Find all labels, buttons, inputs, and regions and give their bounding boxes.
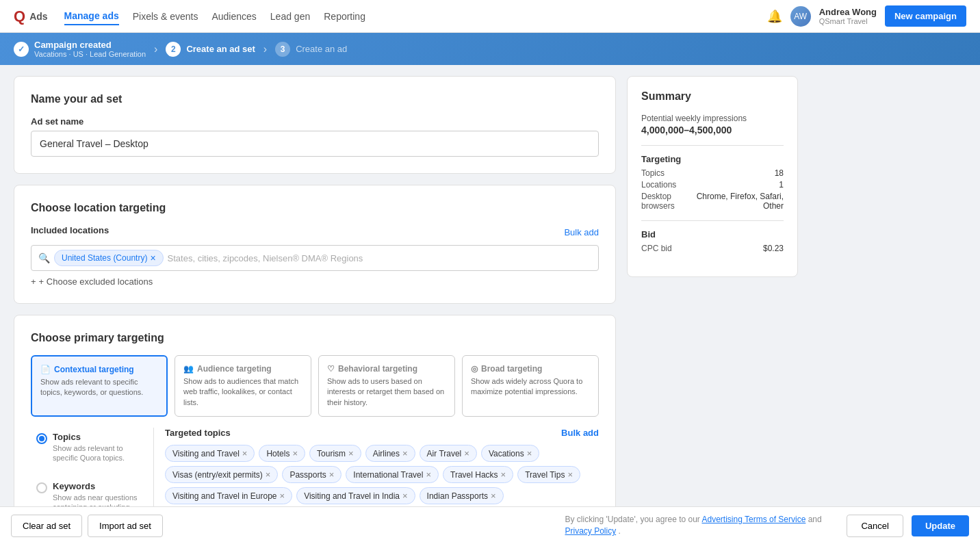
bulk-add-topics-button[interactable]: Bulk add xyxy=(561,428,599,438)
summary-row-topics: Topics 18 xyxy=(641,168,784,178)
included-locations-label: Included locations xyxy=(31,225,109,235)
exclude-icon: + xyxy=(31,276,36,287)
topic-type-topics[interactable]: Topics Show ads relevant to specific Quo… xyxy=(31,428,145,467)
bulk-add-locations-button[interactable]: Bulk add xyxy=(564,227,599,237)
update-button[interactable]: Update xyxy=(912,515,969,536)
topic-tag-remove[interactable]: × xyxy=(266,469,271,480)
nav-audiences[interactable]: Audiences xyxy=(211,8,256,25)
ad-set-name-input[interactable] xyxy=(31,131,599,157)
step-arrow-1: › xyxy=(154,43,157,55)
header-right: 🔔 AW Andrea Wong QSmart Travel New campa… xyxy=(767,5,966,27)
desktop-value: Chrome, Firefox, Safari, Other xyxy=(695,192,784,211)
topic-tag-remove[interactable]: × xyxy=(567,469,573,480)
topic-tag-label: Air Travel xyxy=(427,449,462,458)
terms-of-service-link[interactable]: Advertising Terms of Service xyxy=(702,515,806,524)
topic-tag: International Travel× xyxy=(346,466,439,483)
location-input-area[interactable]: 🔍 United States (Country) × States, citi… xyxy=(31,245,599,271)
topic-tag-remove[interactable]: × xyxy=(329,469,335,480)
targeted-topics-label: Targeted topics xyxy=(165,428,231,438)
privacy-policy-link[interactable]: Privacy Policy xyxy=(565,526,616,536)
contextual-title: 📄 Contextual targeting xyxy=(40,365,158,374)
main-layout: Name your ad set Ad set name Choose loca… xyxy=(0,65,980,544)
step-3-primary: Create an ad xyxy=(296,44,347,54)
topic-tag: Travel Hacks× xyxy=(443,466,513,483)
summary-row-desktop: Desktop browsers Chrome, Firefox, Safari… xyxy=(641,192,784,211)
nav-reporting[interactable]: Reporting xyxy=(324,8,365,25)
summary-divider-1 xyxy=(641,145,784,146)
topic-tag: Travel Tips× xyxy=(517,466,580,483)
topic-tag-remove[interactable]: × xyxy=(292,448,298,458)
targeting-section-title: Targeting xyxy=(641,154,784,164)
topic-tag-remove[interactable]: × xyxy=(402,448,408,458)
topic-tag-remove[interactable]: × xyxy=(280,491,285,501)
broad-title: ◎ Broad targeting xyxy=(471,364,590,374)
cancel-button[interactable]: Cancel xyxy=(847,515,903,537)
topic-tag-label: Hotels xyxy=(266,449,289,458)
broad-desc: Show ads widely across Quora to maximize… xyxy=(471,376,590,398)
targeting-audience[interactable]: 👥 Audience targeting Show ads to audienc… xyxy=(175,355,311,417)
behavioral-desc: Show ads to users based on interests or … xyxy=(327,376,446,408)
clear-ad-set-button[interactable]: Clear ad set xyxy=(11,515,82,537)
summary-targeting-section: Targeting Topics 18 Locations 1 Desktop … xyxy=(641,154,784,211)
step-2-circle: 2 xyxy=(166,42,181,57)
topic-tag-remove[interactable]: × xyxy=(402,491,408,501)
users-icon: 👥 xyxy=(183,364,194,374)
step-1-primary: Campaign created xyxy=(34,40,146,50)
nav-manage-ads[interactable]: Manage ads xyxy=(64,8,119,25)
topics-radio: Topics Show ads relevant to specific Quo… xyxy=(36,432,140,463)
topic-tag-label: Visiting and Travel xyxy=(172,449,240,458)
audience-title: 👥 Audience targeting xyxy=(183,364,302,374)
summary-bid-section: Bid CPC bid $0.23 xyxy=(641,229,784,253)
exclude-locations-button[interactable]: + + Choose excluded locations xyxy=(31,276,599,287)
search-icon: 🔍 xyxy=(38,252,50,263)
topic-tag-label: International Travel xyxy=(353,470,423,480)
summary-title: Summary xyxy=(641,90,784,103)
impressions-value: 4,000,000–4,500,000 xyxy=(641,125,784,135)
topic-tag: Visiting and Travel in Europe× xyxy=(165,487,292,504)
targeting-behavioral[interactable]: ♡ Behavioral targeting Show ads to users… xyxy=(318,355,455,417)
ad-set-name-title: Name your ad set xyxy=(31,93,599,105)
steps-bar: ✓ Campaign created Vacations · US · Lead… xyxy=(0,33,980,65)
summary-row-locations: Locations 1 xyxy=(641,180,784,190)
topic-tag: Airlines× xyxy=(365,445,415,462)
new-campaign-button[interactable]: New campaign xyxy=(885,5,966,27)
logo-q: Q xyxy=(14,8,25,25)
bottom-right: By clicking 'Update', you agree to our A… xyxy=(565,514,969,537)
location-tag-label: United States (Country) xyxy=(62,253,147,263)
user-info: Andrea Wong QSmart Travel xyxy=(819,7,877,25)
targeting-contextual[interactable]: 📄 Contextual targeting Show ads relevant… xyxy=(31,355,168,417)
topic-tag: Air Travel× xyxy=(420,445,477,462)
targeting-broad[interactable]: ◎ Broad targeting Show ads widely across… xyxy=(462,355,599,417)
topics-name: Topics xyxy=(53,432,140,442)
locations-label: Locations xyxy=(641,180,676,190)
nav-lead-gen[interactable]: Lead gen xyxy=(270,8,310,25)
keywords-name: Keywords xyxy=(53,481,140,491)
topics-value: 18 xyxy=(775,168,784,178)
location-input-placeholder[interactable]: States, cities, zipcodes, Nielsen® DMA® … xyxy=(168,253,591,263)
step-1-secondary: Vacations · US · Lead Generation xyxy=(34,50,146,58)
import-ad-set-button[interactable]: Import ad set xyxy=(88,515,163,537)
topic-tag-remove[interactable]: × xyxy=(527,448,532,458)
topics-label: Topics xyxy=(641,168,665,178)
targeted-topics-header: Targeted topics Bulk add xyxy=(165,428,599,438)
logo-ads: Ads xyxy=(29,11,47,22)
topic-tag-label: Visiting and Travel in India xyxy=(304,491,400,501)
topic-tag-remove[interactable]: × xyxy=(242,448,248,458)
nav-pixels-events[interactable]: Pixels & events xyxy=(133,8,198,25)
topic-tag-label: Passports xyxy=(289,470,326,480)
targeting-options: 📄 Contextual targeting Show ads relevant… xyxy=(31,355,599,417)
topic-tag-remove[interactable]: × xyxy=(491,491,496,501)
topic-tag-label: Visiting and Travel in Europe xyxy=(172,491,277,501)
topic-tag-label: Travel Hacks xyxy=(450,470,498,480)
topic-tag-remove[interactable]: × xyxy=(348,448,354,458)
notification-bell-icon[interactable]: 🔔 xyxy=(767,9,782,24)
topic-tag-remove[interactable]: × xyxy=(464,448,469,458)
topic-tag-remove[interactable]: × xyxy=(501,469,506,480)
location-tag-remove[interactable]: × xyxy=(150,252,155,263)
primary-targeting-title: Choose primary targeting xyxy=(31,332,599,344)
topic-tag: Passports× xyxy=(282,466,341,483)
step-3: 3 Create an ad xyxy=(275,42,347,57)
contextual-desc: Show ads relevant to specific topics, ke… xyxy=(40,377,158,398)
topic-tag: Visas (entry/exit permits)× xyxy=(165,466,278,483)
topic-tag-remove[interactable]: × xyxy=(426,469,431,480)
